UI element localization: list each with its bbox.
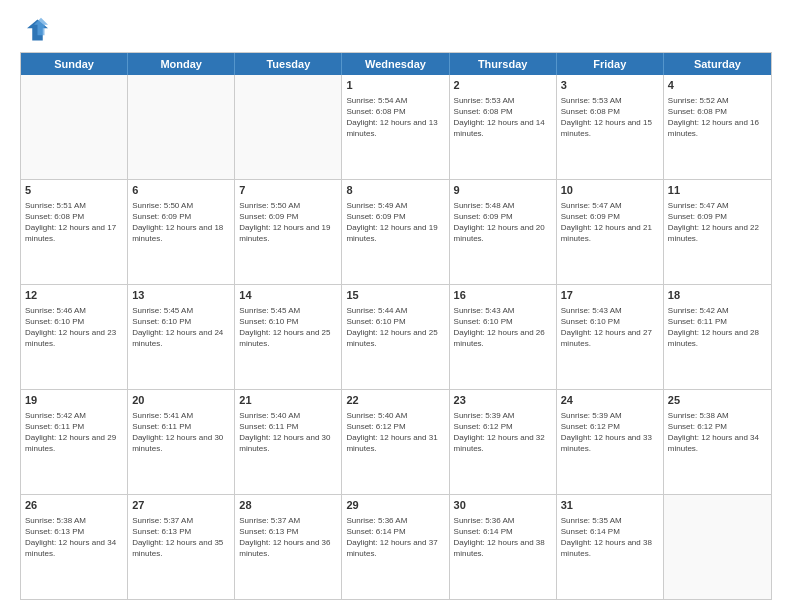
header [20,16,772,44]
calendar-cell [128,75,235,179]
calendar-cell: 6Sunrise: 5:50 AM Sunset: 6:09 PM Daylig… [128,180,235,284]
calendar-cell: 7Sunrise: 5:50 AM Sunset: 6:09 PM Daylig… [235,180,342,284]
day-number: 20 [132,393,230,408]
calendar-cell: 27Sunrise: 5:37 AM Sunset: 6:13 PM Dayli… [128,495,235,599]
day-number: 1 [346,78,444,93]
weekday-header: Tuesday [235,53,342,75]
cell-info: Sunrise: 5:37 AM Sunset: 6:13 PM Dayligh… [132,515,230,560]
cell-info: Sunrise: 5:47 AM Sunset: 6:09 PM Dayligh… [668,200,767,245]
cell-info: Sunrise: 5:47 AM Sunset: 6:09 PM Dayligh… [561,200,659,245]
cell-info: Sunrise: 5:45 AM Sunset: 6:10 PM Dayligh… [132,305,230,350]
cell-info: Sunrise: 5:50 AM Sunset: 6:09 PM Dayligh… [239,200,337,245]
cell-info: Sunrise: 5:43 AM Sunset: 6:10 PM Dayligh… [454,305,552,350]
calendar-cell: 4Sunrise: 5:52 AM Sunset: 6:08 PM Daylig… [664,75,771,179]
cell-info: Sunrise: 5:40 AM Sunset: 6:12 PM Dayligh… [346,410,444,455]
day-number: 3 [561,78,659,93]
cell-info: Sunrise: 5:53 AM Sunset: 6:08 PM Dayligh… [561,95,659,140]
calendar-cell: 1Sunrise: 5:54 AM Sunset: 6:08 PM Daylig… [342,75,449,179]
cell-info: Sunrise: 5:40 AM Sunset: 6:11 PM Dayligh… [239,410,337,455]
calendar-row: 12Sunrise: 5:46 AM Sunset: 6:10 PM Dayli… [21,284,771,389]
cell-info: Sunrise: 5:39 AM Sunset: 6:12 PM Dayligh… [454,410,552,455]
calendar-row: 19Sunrise: 5:42 AM Sunset: 6:11 PM Dayli… [21,389,771,494]
calendar-cell: 29Sunrise: 5:36 AM Sunset: 6:14 PM Dayli… [342,495,449,599]
calendar-cell [235,75,342,179]
day-number: 17 [561,288,659,303]
day-number: 15 [346,288,444,303]
calendar-cell: 12Sunrise: 5:46 AM Sunset: 6:10 PM Dayli… [21,285,128,389]
cell-info: Sunrise: 5:50 AM Sunset: 6:09 PM Dayligh… [132,200,230,245]
cell-info: Sunrise: 5:36 AM Sunset: 6:14 PM Dayligh… [346,515,444,560]
cell-info: Sunrise: 5:44 AM Sunset: 6:10 PM Dayligh… [346,305,444,350]
cell-info: Sunrise: 5:37 AM Sunset: 6:13 PM Dayligh… [239,515,337,560]
day-number: 16 [454,288,552,303]
cell-info: Sunrise: 5:35 AM Sunset: 6:14 PM Dayligh… [561,515,659,560]
day-number: 2 [454,78,552,93]
calendar-cell: 9Sunrise: 5:48 AM Sunset: 6:09 PM Daylig… [450,180,557,284]
calendar-cell: 2Sunrise: 5:53 AM Sunset: 6:08 PM Daylig… [450,75,557,179]
cell-info: Sunrise: 5:36 AM Sunset: 6:14 PM Dayligh… [454,515,552,560]
cell-info: Sunrise: 5:38 AM Sunset: 6:13 PM Dayligh… [25,515,123,560]
day-number: 30 [454,498,552,513]
calendar-row: 26Sunrise: 5:38 AM Sunset: 6:13 PM Dayli… [21,494,771,599]
calendar-cell: 25Sunrise: 5:38 AM Sunset: 6:12 PM Dayli… [664,390,771,494]
calendar-cell: 8Sunrise: 5:49 AM Sunset: 6:09 PM Daylig… [342,180,449,284]
cell-info: Sunrise: 5:52 AM Sunset: 6:08 PM Dayligh… [668,95,767,140]
cell-info: Sunrise: 5:46 AM Sunset: 6:10 PM Dayligh… [25,305,123,350]
calendar-cell: 5Sunrise: 5:51 AM Sunset: 6:08 PM Daylig… [21,180,128,284]
calendar-cell: 16Sunrise: 5:43 AM Sunset: 6:10 PM Dayli… [450,285,557,389]
day-number: 23 [454,393,552,408]
calendar-cell: 24Sunrise: 5:39 AM Sunset: 6:12 PM Dayli… [557,390,664,494]
calendar-cell: 30Sunrise: 5:36 AM Sunset: 6:14 PM Dayli… [450,495,557,599]
cell-info: Sunrise: 5:51 AM Sunset: 6:08 PM Dayligh… [25,200,123,245]
day-number: 22 [346,393,444,408]
day-number: 5 [25,183,123,198]
day-number: 21 [239,393,337,408]
calendar: SundayMondayTuesdayWednesdayThursdayFrid… [20,52,772,600]
calendar-cell: 28Sunrise: 5:37 AM Sunset: 6:13 PM Dayli… [235,495,342,599]
cell-info: Sunrise: 5:41 AM Sunset: 6:11 PM Dayligh… [132,410,230,455]
cell-info: Sunrise: 5:42 AM Sunset: 6:11 PM Dayligh… [668,305,767,350]
weekday-header: Friday [557,53,664,75]
weekday-header: Thursday [450,53,557,75]
cell-info: Sunrise: 5:49 AM Sunset: 6:09 PM Dayligh… [346,200,444,245]
calendar-cell: 17Sunrise: 5:43 AM Sunset: 6:10 PM Dayli… [557,285,664,389]
calendar-cell: 11Sunrise: 5:47 AM Sunset: 6:09 PM Dayli… [664,180,771,284]
calendar-cell: 20Sunrise: 5:41 AM Sunset: 6:11 PM Dayli… [128,390,235,494]
day-number: 14 [239,288,337,303]
weekday-header: Saturday [664,53,771,75]
cell-info: Sunrise: 5:39 AM Sunset: 6:12 PM Dayligh… [561,410,659,455]
weekday-header: Sunday [21,53,128,75]
day-number: 24 [561,393,659,408]
day-number: 4 [668,78,767,93]
cell-info: Sunrise: 5:54 AM Sunset: 6:08 PM Dayligh… [346,95,444,140]
cell-info: Sunrise: 5:45 AM Sunset: 6:10 PM Dayligh… [239,305,337,350]
weekday-header: Monday [128,53,235,75]
calendar-cell: 3Sunrise: 5:53 AM Sunset: 6:08 PM Daylig… [557,75,664,179]
day-number: 11 [668,183,767,198]
day-number: 7 [239,183,337,198]
day-number: 6 [132,183,230,198]
day-number: 28 [239,498,337,513]
day-number: 18 [668,288,767,303]
calendar-cell: 26Sunrise: 5:38 AM Sunset: 6:13 PM Dayli… [21,495,128,599]
calendar-cell: 21Sunrise: 5:40 AM Sunset: 6:11 PM Dayli… [235,390,342,494]
calendar-row: 1Sunrise: 5:54 AM Sunset: 6:08 PM Daylig… [21,75,771,179]
cell-info: Sunrise: 5:42 AM Sunset: 6:11 PM Dayligh… [25,410,123,455]
cell-info: Sunrise: 5:53 AM Sunset: 6:08 PM Dayligh… [454,95,552,140]
day-number: 31 [561,498,659,513]
day-number: 19 [25,393,123,408]
day-number: 12 [25,288,123,303]
calendar-cell [21,75,128,179]
calendar-row: 5Sunrise: 5:51 AM Sunset: 6:08 PM Daylig… [21,179,771,284]
cell-info: Sunrise: 5:38 AM Sunset: 6:12 PM Dayligh… [668,410,767,455]
page: SundayMondayTuesdayWednesdayThursdayFrid… [0,0,792,612]
day-number: 13 [132,288,230,303]
day-number: 8 [346,183,444,198]
day-number: 29 [346,498,444,513]
calendar-header: SundayMondayTuesdayWednesdayThursdayFrid… [21,53,771,75]
day-number: 27 [132,498,230,513]
calendar-cell: 22Sunrise: 5:40 AM Sunset: 6:12 PM Dayli… [342,390,449,494]
calendar-cell: 13Sunrise: 5:45 AM Sunset: 6:10 PM Dayli… [128,285,235,389]
day-number: 26 [25,498,123,513]
calendar-cell: 18Sunrise: 5:42 AM Sunset: 6:11 PM Dayli… [664,285,771,389]
